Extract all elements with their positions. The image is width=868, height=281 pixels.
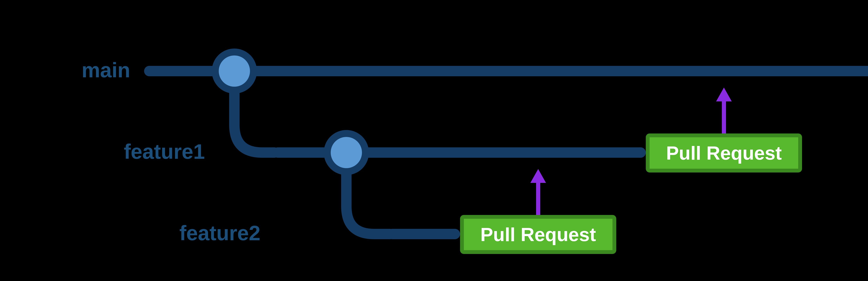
branch-label-text: feature1 bbox=[124, 140, 205, 163]
branch-label-text: feature2 bbox=[179, 221, 260, 245]
pull-request-label: Pull Request bbox=[666, 142, 782, 164]
branch-label-feature2: feature2 bbox=[149, 221, 260, 245]
branch-label-feature1: feature1 bbox=[106, 140, 205, 164]
pull-request-label: Pull Request bbox=[480, 223, 596, 245]
pull-request-arrow-head bbox=[716, 87, 732, 101]
git-branch-diagram: main feature1 feature2 Pull Request Pull… bbox=[0, 0, 868, 281]
commit-node-main bbox=[212, 48, 257, 94]
pull-request-arrow-stem bbox=[536, 182, 540, 215]
pull-request-arrow-stem bbox=[722, 101, 726, 134]
commit-node-feature1 bbox=[324, 130, 369, 175]
branch-label-main: main bbox=[40, 58, 130, 82]
branch-label-text: main bbox=[82, 59, 130, 82]
pull-request-box-feature1-to-main: Pull Request bbox=[646, 134, 802, 173]
pull-request-box-feature2-to-feature1: Pull Request bbox=[460, 215, 616, 254]
pull-request-arrow-head bbox=[530, 169, 546, 183]
